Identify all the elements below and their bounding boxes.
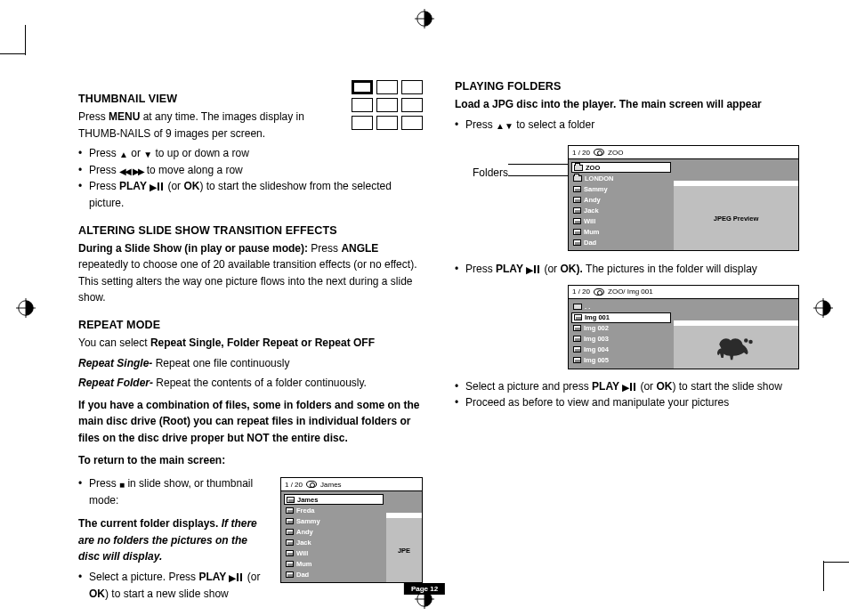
list-item: Select a picture. Press PLAY (or OK) to … [89,569,271,602]
up-arrow-icon [496,122,505,131]
list-item: Will [571,215,671,226]
list-item: Jack [284,537,384,547]
left-column: THUMBNAIL VIEW Press MENU at any time. T… [78,80,423,580]
list-item: Andy [571,194,671,205]
play-pause-icon [229,573,244,583]
heading-altering-transitions: ALTERING SLIDE SHOW TRANSITION EFFECTS [78,224,423,237]
list-item: ZOO [571,162,671,173]
down-arrow-icon [505,122,513,131]
list-item-up: . . [571,302,671,312]
list-item: Will [284,547,384,558]
heading-repeat-mode: REPEAT MODE [78,319,423,331]
callout-line [508,175,572,176]
list-item: Press to move along a row [89,162,423,179]
registration-mark-icon [813,298,833,318]
up-arrow-icon [119,150,128,159]
disc-icon [306,481,317,488]
svg-point-4 [744,338,748,343]
folder-browser-mockup: 1 / 20James JamesFredaSammyAndyJackWillM… [280,477,423,583]
list-item: Img 003 [571,334,671,344]
list-item: Press or to up or down a row [89,145,423,162]
list-item: Img 002 [571,323,671,334]
svg-point-5 [748,340,753,344]
body-text: If you have a combination of files, some… [78,397,423,447]
list-item: Jack [571,205,671,215]
crop-mark [824,562,849,563]
list-item: Proceed as before to view and manipulate… [465,394,799,411]
crop-mark [823,561,824,591]
bullet-list: Select a picture and press PLAY (or OK) … [455,378,799,411]
callout-line [508,164,572,165]
list-item: Press PLAY (or OK). The pictures in the … [465,261,799,278]
bullet-list: Press in slide show, or thumbnail mode: [78,475,271,508]
list-item: LONDON [571,173,671,183]
bullet-list: Press or to up or down a row Press to mo… [78,145,423,211]
body-text: To return to the main screen: [78,452,423,469]
disc-icon [594,149,604,156]
list-item: Press PLAY (or OK) to start the slidesho… [89,178,423,211]
folder-browser-mockup: 1 / 20ZOO ZOOLONDONSammyAndyJackWillMumD… [568,145,799,251]
list-item: Mum [284,558,384,569]
list-item: Press in slide show, or thumbnail mode: [89,475,271,508]
down-arrow-icon [143,150,152,159]
rewind-icon [119,167,130,176]
crop-mark [0,53,25,54]
body-text: You can select Repeat Single, Folder Rep… [78,335,423,352]
body-text: During a Slide Show (in play or pause mo… [78,240,423,306]
list-item: Img 005 [571,355,671,366]
list-item: Img 001 [571,312,671,323]
folder-browser-mockup: 1 / 20ZOO/ Img 001 . .Img 001Img 002Img … [568,285,799,369]
fast-forward-icon [133,167,143,176]
body-text: Load a JPG disc into the player. The mai… [455,96,799,113]
callout-label: Folders [473,166,508,179]
play-pause-icon [150,182,165,192]
list-item: Sammy [571,183,671,194]
list-item: Dad [284,569,384,580]
crop-mark [25,25,26,55]
list-item: Andy [284,526,384,537]
page-content: THUMBNAIL VIEW Press MENU at any time. T… [78,80,799,580]
thumbnail-grid-icon [352,80,423,130]
bullet-list: Press to select a folder [455,117,799,134]
body-text: The current folder displays. If there ar… [78,515,271,565]
list-item: Dad [571,237,671,247]
list-item: Mum [571,226,671,237]
registration-mark-icon [16,298,36,318]
heading-playing-folders: PLAYING FOLDERS [455,80,799,93]
right-column: PLAYING FOLDERS Load a JPG disc into the… [455,80,799,580]
registration-mark-icon [415,9,434,28]
list-item: Select a picture and press PLAY (or OK) … [465,378,799,395]
bullet-list: Press PLAY (or OK). The pictures in the … [455,261,799,278]
disc-icon [594,288,604,296]
page-number: Page 12 [404,583,445,595]
list-item: Img 004 [571,344,671,355]
list-item: Sammy [284,515,384,526]
play-pause-icon [622,383,637,393]
body-text: Repeat Single- Repeat one file continuou… [78,355,423,372]
play-pause-icon [526,265,541,275]
bear-icon [715,334,757,361]
bullet-list: Select a picture. Press PLAY (or OK) to … [78,569,271,602]
list-item: Freda [284,505,384,515]
body-text: Repeat Folder- Repeat the contents of a … [78,375,423,392]
list-item: Press to select a folder [465,117,799,134]
list-item: James [284,494,384,505]
